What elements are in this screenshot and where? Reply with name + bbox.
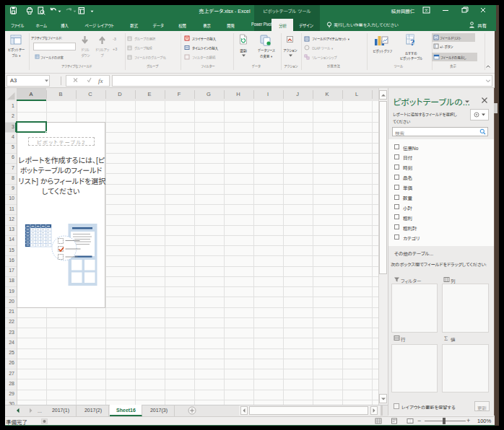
svg-text:Σ: Σ [444, 335, 448, 341]
svg-text:fx: fx [98, 77, 103, 84]
svg-text:?: ? [410, 37, 415, 47]
